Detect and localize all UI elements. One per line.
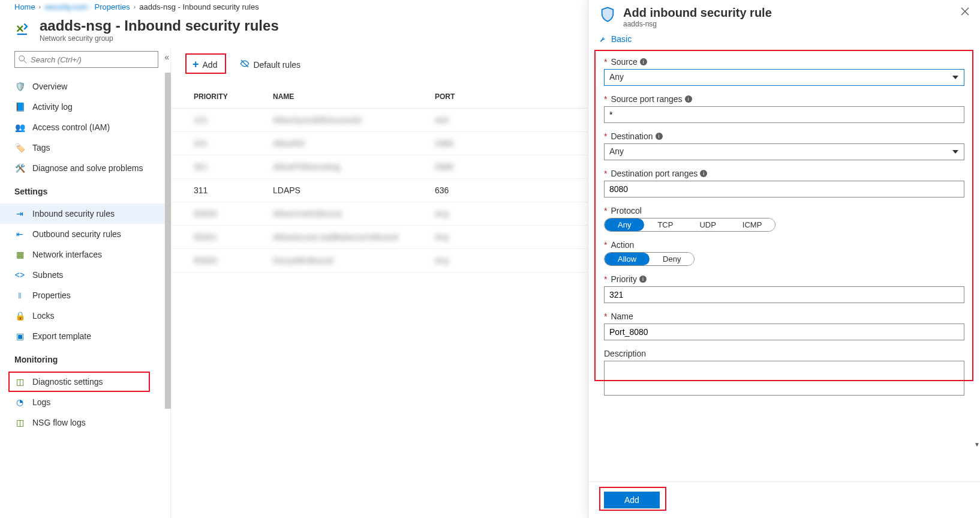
- sidebar-item-properties[interactable]: ⦀Properties: [0, 285, 167, 306]
- panel-scrollbar[interactable]: [974, 438, 979, 445]
- sidebar-scrollbar[interactable]: [165, 73, 171, 469]
- default-rules-button[interactable]: Default rules: [235, 56, 305, 73]
- page-title: aadds-nsg - Inbound security rules: [40, 17, 279, 34]
- add-rule-panel: Add inbound security rule aadds-nsg Basi…: [588, 0, 980, 518]
- label-action: Action: [611, 240, 634, 250]
- wrench-icon: [599, 35, 608, 43]
- protocol-group-option-udp[interactable]: UDP: [686, 218, 729, 231]
- info-icon[interactable]: i: [639, 276, 647, 283]
- sidebar-item-label: Activity log: [32, 102, 73, 112]
- nav-icon: ⇤: [14, 229, 25, 239]
- sidebar-item-label: Export template: [32, 331, 91, 341]
- default-rules-label: Default rules: [253, 60, 300, 70]
- nav-icon: 🏷️: [14, 142, 25, 153]
- dest-port-input[interactable]: [604, 181, 964, 197]
- search-icon: [19, 55, 27, 64]
- breadcrumb-current: aadds-nsg - Inbound security rules: [139, 2, 258, 11]
- panel-subtitle: aadds-nsg: [623, 20, 772, 28]
- sidebar-item-tags[interactable]: 🏷️Tags: [0, 137, 167, 158]
- sidebar-item-diagnose-and-solve-problems[interactable]: 🛠️Diagnose and solve problems: [0, 158, 167, 178]
- sidebar-item-activity-log[interactable]: 📘Activity log: [0, 97, 167, 117]
- sidebar-item-label: NSG flow logs: [32, 418, 86, 427]
- label-source: Source: [611, 57, 637, 67]
- nav-icon: 🔒: [14, 310, 25, 321]
- info-icon[interactable]: i: [656, 133, 663, 140]
- panel-title: Add inbound security rule: [623, 6, 772, 20]
- sidebar: « 🛡️Overview📘Activity log👥Access control…: [0, 49, 171, 518]
- nav-icon: ⦀: [14, 290, 25, 301]
- protocol-group: AnyTCPUDPICMP: [604, 218, 775, 232]
- close-icon: [961, 7, 969, 16]
- search-input[interactable]: [27, 55, 154, 64]
- sidebar-item-label: Outbound security rules: [32, 229, 121, 239]
- sidebar-item-network-interfaces[interactable]: ▦Network interfaces: [0, 244, 167, 265]
- svg-point-0: [19, 56, 25, 61]
- col-priority[interactable]: PRIORITY: [171, 85, 261, 109]
- basic-toggle[interactable]: Basic: [588, 31, 980, 50]
- chevron-right-icon: ›: [134, 4, 136, 10]
- sidebar-item-label: Locks: [32, 311, 55, 321]
- sidebar-item-label: Tags: [32, 143, 50, 152]
- sidebar-item-access-control-iam-[interactable]: 👥Access control (IAM): [0, 117, 167, 137]
- source-port-input[interactable]: [604, 106, 964, 123]
- destination-select[interactable]: Any: [604, 143, 964, 160]
- sidebar-item-label: Properties: [32, 291, 71, 300]
- sidebar-item-label: Network interfaces: [32, 250, 102, 259]
- add-button[interactable]: + Add: [188, 56, 222, 73]
- label-source-port: Source port ranges: [611, 94, 682, 104]
- col-name[interactable]: NAME: [261, 85, 423, 109]
- sidebar-item-label: Diagnose and solve problems: [32, 163, 143, 173]
- sidebar-item-subnets[interactable]: <>Subnets: [0, 265, 167, 285]
- action-group: AllowDeny: [604, 252, 695, 266]
- svg-line-1: [24, 61, 26, 63]
- nav-icon: 🛠️: [14, 163, 25, 173]
- action-group-option-allow[interactable]: Allow: [605, 253, 650, 265]
- protocol-group-option-tcp[interactable]: TCP: [644, 218, 686, 231]
- nav-icon: ◔: [14, 397, 25, 408]
- source-select[interactable]: Any: [604, 69, 964, 86]
- sidebar-item-label: Access control (IAM): [32, 122, 110, 132]
- sidebar-item-nsg-flow-logs[interactable]: ◫NSG flow logs: [0, 412, 167, 433]
- sidebar-item-outbound-security-rules[interactable]: ⇤Outbound security rules: [0, 224, 167, 244]
- nsg-icon: [14, 22, 31, 38]
- nav-icon: 🛡️: [14, 81, 25, 92]
- sidebar-item-label: Diagnostic settings: [32, 377, 103, 387]
- sidebar-item-inbound-security-rules[interactable]: ⇥Inbound security rules: [0, 203, 167, 224]
- nav-icon: ▦: [14, 249, 25, 260]
- sidebar-item-label: Subnets: [32, 270, 63, 280]
- info-icon[interactable]: i: [685, 95, 692, 103]
- info-icon[interactable]: i: [700, 170, 707, 177]
- protocol-group-option-icmp[interactable]: ICMP: [729, 218, 775, 231]
- sidebar-item-label: Overview: [32, 82, 67, 91]
- sidebar-item-logs[interactable]: ◔Logs: [0, 392, 167, 412]
- add-submit-button[interactable]: Add: [604, 492, 660, 508]
- breadcrumb-blur: security.com -: [44, 2, 95, 11]
- name-input[interactable]: [604, 324, 964, 340]
- priority-input[interactable]: [604, 286, 964, 303]
- label-protocol: Protocol: [611, 206, 641, 215]
- label-dest-port: Destination port ranges: [611, 169, 698, 178]
- page-subtitle: Network security group: [40, 34, 279, 43]
- basic-label: Basic: [611, 34, 632, 44]
- protocol-group-option-any[interactable]: Any: [605, 218, 644, 231]
- label-description: Description: [604, 349, 646, 358]
- search-box[interactable]: [14, 51, 158, 68]
- nav-icon: 👥: [14, 122, 25, 133]
- nav-icon: <>: [14, 270, 25, 280]
- nav-icon: ⇥: [14, 208, 25, 219]
- sidebar-item-locks[interactable]: 🔒Locks: [0, 306, 167, 326]
- description-input[interactable]: [604, 361, 964, 396]
- nav-icon: ◫: [14, 417, 25, 428]
- collapse-sidebar-icon[interactable]: «: [164, 52, 169, 62]
- breadcrumb-home[interactable]: Home: [14, 2, 35, 11]
- sidebar-item-export-template[interactable]: ▣Export template: [0, 326, 167, 346]
- sidebar-item-diagnostic-settings[interactable]: ◫Diagnostic settings: [0, 372, 167, 392]
- action-group-option-deny[interactable]: Deny: [650, 253, 694, 265]
- breadcrumb-properties[interactable]: Properties: [95, 2, 130, 11]
- eye-off-icon: [240, 59, 249, 70]
- nav-icon: 📘: [14, 101, 25, 112]
- sidebar-item-overview[interactable]: 🛡️Overview: [0, 76, 167, 97]
- close-panel-button[interactable]: [961, 6, 969, 19]
- label-destination: Destination: [611, 131, 653, 141]
- info-icon[interactable]: i: [640, 58, 647, 65]
